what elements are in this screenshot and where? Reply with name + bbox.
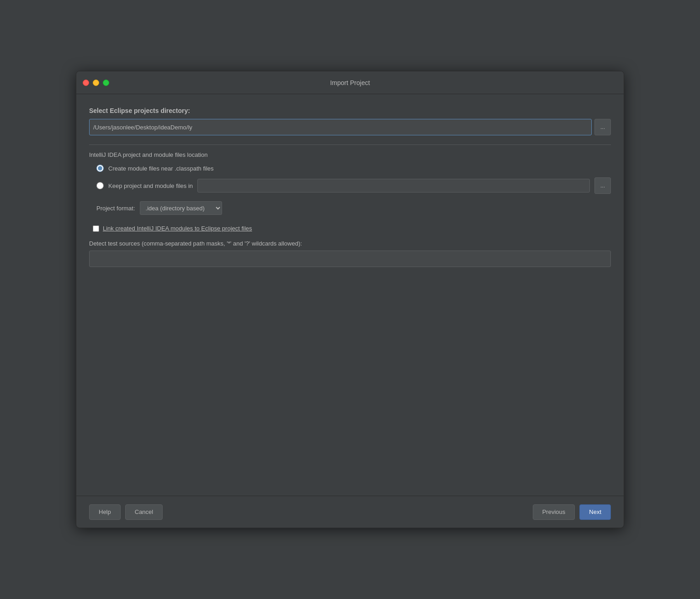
link-checkbox[interactable] [93, 225, 99, 232]
directory-browse-button[interactable]: ... [594, 119, 611, 135]
directory-path-row: ... [89, 119, 611, 135]
content-spacer [89, 267, 611, 496]
directory-path-input[interactable] [89, 119, 592, 135]
window-title: Import Project [330, 79, 370, 86]
module-path-browse-button[interactable]: ... [594, 177, 611, 194]
detect-sources-label: Detect test sources (comma-separated pat… [89, 240, 611, 247]
cancel-button[interactable]: Cancel [125, 504, 163, 520]
project-format-label: Project format: [96, 205, 135, 212]
help-button[interactable]: Help [89, 504, 121, 520]
title-bar: Import Project [76, 71, 624, 94]
import-project-window: Import Project Select Eclipse projects d… [76, 71, 624, 528]
footer: Help Cancel Previous Next [76, 496, 624, 528]
module-files-radio-group: Create module files near .classpath file… [89, 165, 611, 194]
next-button[interactable]: Next [579, 504, 611, 520]
divider-1 [89, 144, 611, 145]
radio-row-2: Keep project and module files in ... [96, 177, 611, 194]
previous-button[interactable]: Previous [533, 504, 575, 520]
module-files-label: IntelliJ IDEA project and module files l… [89, 151, 611, 158]
main-content: Select Eclipse projects directory: ... I… [76, 94, 624, 496]
radio-classpath[interactable] [96, 165, 104, 172]
module-browse-dots-label: ... [600, 182, 605, 189]
project-format-row: Project format: .idea (directory based) [89, 201, 611, 215]
window-controls [83, 80, 109, 86]
footer-left-buttons: Help Cancel [89, 504, 163, 520]
footer-right-buttons: Previous Next [533, 504, 611, 520]
detect-sources-input[interactable] [89, 251, 611, 267]
maximize-button[interactable] [103, 80, 109, 86]
link-checkbox-label: Link created IntelliJ IDEA modules to Ec… [103, 225, 252, 232]
radio-keep-project-label: Keep project and module files in [108, 182, 193, 189]
link-checkbox-row: Link created IntelliJ IDEA modules to Ec… [89, 225, 611, 232]
close-button[interactable] [83, 80, 89, 86]
radio-keep-project[interactable] [96, 182, 104, 189]
radio-classpath-label: Create module files near .classpath file… [108, 165, 214, 172]
radio-row-1: Create module files near .classpath file… [96, 165, 611, 172]
module-path-input[interactable] [197, 179, 590, 193]
browse-dots-label: ... [600, 124, 605, 130]
minimize-button[interactable] [93, 80, 99, 86]
project-format-select[interactable]: .idea (directory based) [140, 201, 222, 215]
select-directory-label: Select Eclipse projects directory: [89, 107, 611, 114]
